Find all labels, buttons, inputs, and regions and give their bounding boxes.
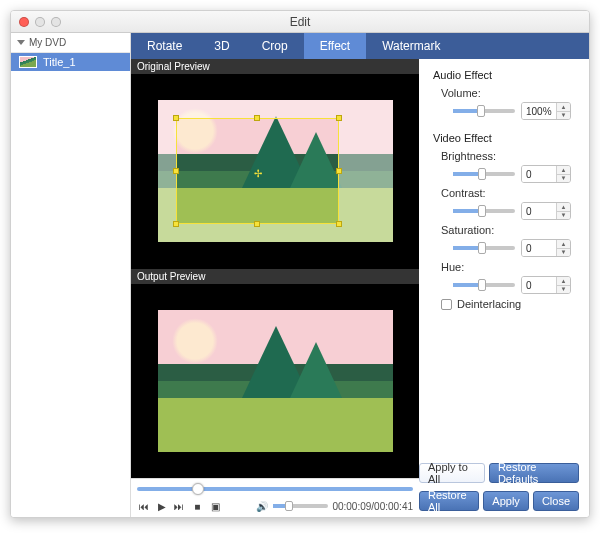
checkbox-icon — [441, 299, 452, 310]
stepper-down-icon[interactable]: ▼ — [557, 249, 570, 257]
stepper-up-icon[interactable]: ▲ — [557, 166, 570, 175]
volume-icon[interactable]: 🔊 — [256, 499, 270, 513]
title-thumbnail-icon — [19, 56, 37, 68]
play-button[interactable]: ▶ — [155, 499, 169, 513]
next-button[interactable]: ⏭ — [173, 499, 187, 513]
hue-label: Hue: — [433, 261, 575, 273]
contrast-stepper[interactable]: 0▲▼ — [521, 202, 571, 220]
audio-effect-heading: Audio Effect — [433, 69, 575, 81]
preview-column: Original Preview — [131, 59, 419, 517]
crop-center-icon[interactable]: ✢ — [254, 168, 260, 174]
stepper-down-icon[interactable]: ▼ — [557, 212, 570, 220]
crop-handle[interactable] — [173, 115, 179, 121]
video-effect-heading: Video Effect — [433, 132, 575, 144]
stepper-up-icon[interactable]: ▲ — [557, 240, 570, 249]
volume-slider[interactable] — [273, 504, 328, 508]
seek-bar[interactable] — [137, 483, 413, 495]
original-preview-label: Original Preview — [131, 59, 419, 74]
crop-handle[interactable] — [336, 115, 342, 121]
slider-knob[interactable] — [478, 205, 486, 217]
brightness-slider[interactable] — [453, 172, 515, 176]
close-button[interactable]: Close — [533, 491, 579, 511]
volume-value-stepper[interactable]: 100% ▲▼ — [521, 102, 571, 120]
disclosure-triangle-icon — [17, 40, 25, 45]
stepper-down-icon[interactable]: ▼ — [557, 112, 570, 120]
slider-knob[interactable] — [478, 242, 486, 254]
seek-playhead[interactable] — [192, 483, 204, 495]
saturation-stepper[interactable]: 0▲▼ — [521, 239, 571, 257]
tab-crop[interactable]: Crop — [246, 33, 304, 59]
snapshot-button[interactable]: ▣ — [208, 499, 222, 513]
content-area: My DVD Title_1 Original Preview — [11, 59, 589, 517]
output-preview-label: Output Preview — [131, 269, 419, 284]
crop-handle[interactable] — [173, 221, 179, 227]
apply-button[interactable]: Apply — [483, 491, 529, 511]
tab-effect[interactable]: Effect — [304, 33, 366, 59]
contrast-slider[interactable] — [453, 209, 515, 213]
panel-footer: Apply to All Restore Defaults — [419, 463, 579, 483]
volume-value: 100% — [522, 103, 556, 119]
titlebar: Edit — [11, 11, 589, 33]
sidebar-item-title1[interactable]: Title_1 — [11, 53, 130, 71]
tab-watermark[interactable]: Watermark — [366, 33, 456, 59]
slider-knob[interactable] — [477, 105, 485, 117]
hue-slider[interactable] — [453, 283, 515, 287]
saturation-label: Saturation: — [433, 224, 575, 236]
scene-sun — [172, 318, 218, 364]
effect-panel: Audio Effect Volume: 100% ▲▼ — [419, 59, 589, 517]
hue-stepper[interactable]: 0▲▼ — [521, 276, 571, 294]
crop-handle[interactable] — [254, 115, 260, 121]
sidebar-item-label: Title_1 — [43, 56, 76, 68]
stop-button[interactable]: ■ — [190, 499, 204, 513]
restore-defaults-button[interactable]: Restore Defaults — [489, 463, 579, 483]
apply-to-all-button[interactable]: Apply to All — [419, 463, 485, 483]
time-display: 00:00:09/00:00:41 — [332, 501, 413, 512]
sidebar-root[interactable]: My DVD — [11, 33, 130, 53]
brightness-stepper[interactable]: 0▲▼ — [521, 165, 571, 183]
output-preview-frame — [158, 310, 393, 452]
crop-box[interactable]: ✢ — [176, 118, 339, 224]
crop-handle[interactable] — [336, 168, 342, 174]
volume-label: Volume: — [433, 87, 575, 99]
edit-window: Edit Rotate 3D Crop Effect Watermark My … — [10, 10, 590, 518]
volume-knob[interactable] — [285, 501, 293, 511]
deinterlacing-checkbox[interactable]: Deinterlacing — [433, 298, 575, 310]
stepper-down-icon[interactable]: ▼ — [557, 175, 570, 183]
scene-trees — [242, 315, 374, 397]
stepper-up-icon[interactable]: ▲ — [557, 103, 570, 112]
original-preview-frame[interactable]: ✢ — [158, 100, 393, 242]
crop-handle[interactable] — [336, 221, 342, 227]
stepper-up-icon[interactable]: ▲ — [557, 277, 570, 286]
source-sidebar: My DVD Title_1 — [11, 33, 131, 517]
window-title: Edit — [11, 15, 589, 29]
original-preview-stage: ✢ — [131, 74, 419, 269]
crop-handle[interactable] — [173, 168, 179, 174]
tab-rotate[interactable]: Rotate — [131, 33, 198, 59]
playback-controls: ⏮ ▶ ⏭ ■ ▣ 🔊 00:00:09/00:00:41 — [131, 478, 419, 517]
sidebar-root-label: My DVD — [29, 37, 66, 48]
prev-button[interactable]: ⏮ — [137, 499, 151, 513]
restore-all-button[interactable]: Restore All — [419, 491, 479, 511]
stepper-down-icon[interactable]: ▼ — [557, 286, 570, 294]
output-preview-stage — [131, 284, 419, 479]
main-pane: Original Preview — [131, 59, 589, 517]
volume-effect-slider[interactable] — [453, 109, 515, 113]
dialog-footer: Restore All Apply Close — [419, 491, 579, 511]
crop-handle[interactable] — [254, 221, 260, 227]
saturation-slider[interactable] — [453, 246, 515, 250]
stepper-up-icon[interactable]: ▲ — [557, 203, 570, 212]
contrast-label: Contrast: — [433, 187, 575, 199]
deinterlacing-label: Deinterlacing — [457, 298, 521, 310]
slider-knob[interactable] — [478, 168, 486, 180]
slider-knob[interactable] — [478, 279, 486, 291]
tab-3d[interactable]: 3D — [198, 33, 245, 59]
brightness-label: Brightness: — [433, 150, 575, 162]
